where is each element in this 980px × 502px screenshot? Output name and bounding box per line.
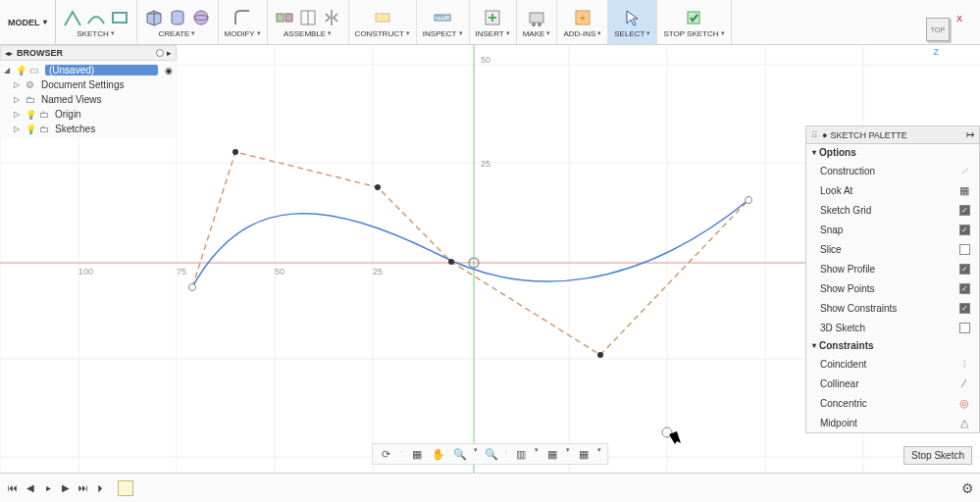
tool-label[interactable]: MODIFY▾ xyxy=(225,29,261,38)
make-icon[interactable] xyxy=(526,7,547,28)
look-icon[interactable]: ▦ xyxy=(409,446,425,462)
timeline-end[interactable]: ⏭ xyxy=(77,481,90,495)
box-icon[interactable] xyxy=(143,7,165,28)
tool-group-construct[interactable]: CONSTRUCT▾ xyxy=(349,0,417,44)
grid-icon[interactable]: ▦ xyxy=(544,446,560,462)
tool-label[interactable]: SELECT▾ xyxy=(614,29,650,38)
palette-option-show-points[interactable]: Show Points✓ xyxy=(806,278,979,298)
control-polygon[interactable] xyxy=(192,152,748,355)
display-icon[interactable]: ▥ xyxy=(513,446,529,462)
tree-root[interactable]: ◢💡▭ (Unsaved) ◉ xyxy=(0,63,177,77)
palette-constraint-collinear[interactable]: Collinear⁄ xyxy=(806,374,979,393)
sphere-icon[interactable] xyxy=(190,7,212,28)
palette-constraint-concentric[interactable]: Concentric◎ xyxy=(806,393,979,413)
palette-option-snap[interactable]: Snap✓ xyxy=(806,220,979,239)
tool-group-assemble[interactable]: ASSEMBLE▾ xyxy=(268,0,349,44)
tool-group-sketch[interactable]: SKETCH▾ xyxy=(56,0,137,44)
tool-label[interactable]: INSPECT▾ xyxy=(423,29,463,38)
tool-label[interactable]: SKETCH▾ xyxy=(77,29,114,38)
browser-header[interactable]: ◂▸ BROWSER ▸ xyxy=(0,45,177,61)
sketch-icon[interactable] xyxy=(62,7,83,28)
view-cube-top[interactable]: TOP xyxy=(926,18,950,41)
tree-item[interactable]: ▷⚙Document Settings xyxy=(0,77,177,92)
browser-title: BROWSER xyxy=(17,48,156,58)
tool-label[interactable]: STOP SKETCH▾ xyxy=(663,29,724,38)
zoom-icon[interactable]: 🔍 xyxy=(452,446,468,462)
palette-header[interactable]: ⠿ ● SKETCH PALETTE ↦ xyxy=(806,126,979,144)
tree-item[interactable]: ▷💡🗀Origin xyxy=(0,107,177,122)
joint-icon[interactable] xyxy=(274,7,295,28)
tool-group-select[interactable]: SELECT▾ xyxy=(608,0,657,44)
tool-group-insert[interactable]: INSERT▾ xyxy=(470,0,517,44)
palette-option-show-constraints[interactable]: Show Constraints✓ xyxy=(806,298,979,318)
tree-item[interactable]: ▷🗀Named Views xyxy=(0,92,177,107)
plane-icon[interactable] xyxy=(372,7,393,28)
palette-constraint-coincident[interactable]: Coincident⸽ xyxy=(806,354,979,374)
svg-rect-21 xyxy=(113,13,127,23)
palette-option-3d-sketch[interactable]: 3D Sketch xyxy=(806,318,979,337)
model-menu[interactable]: MODEL ▾ xyxy=(0,0,56,44)
pan-icon[interactable]: ✋ xyxy=(431,446,446,462)
timeline-step[interactable]: ▸ xyxy=(41,481,55,495)
rect-icon[interactable] xyxy=(109,7,130,28)
palette-option-sketch-grid[interactable]: Sketch Grid✓ xyxy=(806,200,979,220)
xtick: 50 xyxy=(275,267,284,276)
pin-icon[interactable]: ↦ xyxy=(966,129,974,140)
palette-option-show-profile[interactable]: Show Profile✓ xyxy=(806,259,979,278)
tool-label[interactable]: ADD-INS▾ xyxy=(563,29,601,38)
select-icon[interactable] xyxy=(622,7,644,28)
timeline-back[interactable]: ◀ xyxy=(24,481,37,495)
palette-option-slice[interactable]: Slice xyxy=(806,239,979,259)
axis-z-label: Z xyxy=(934,47,940,57)
measure-icon[interactable] xyxy=(432,7,453,28)
stop-sketch-button[interactable]: Stop Sketch xyxy=(903,446,972,465)
palette-option-construction[interactable]: Construction⟋ xyxy=(806,161,979,180)
browser-caret-icon[interactable]: ▸ xyxy=(167,48,172,58)
tool-label[interactable]: MAKE▾ xyxy=(523,29,551,38)
spline-curve[interactable] xyxy=(192,200,748,287)
tool-label[interactable]: ASSEMBLE▾ xyxy=(284,29,332,38)
addin-icon[interactable]: + xyxy=(572,7,593,28)
tool-label[interactable]: CONSTRUCT▾ xyxy=(355,29,410,38)
stop-icon[interactable] xyxy=(683,7,704,28)
tool-group-add-ins[interactable]: +ADD-INS▾ xyxy=(557,0,608,44)
assy-icon[interactable] xyxy=(297,7,319,28)
fit-icon[interactable]: 🔍 xyxy=(484,446,499,462)
svg-point-15 xyxy=(189,284,196,291)
tool-label[interactable]: CREATE▾ xyxy=(159,29,196,38)
tool-group-create[interactable]: CREATE▾ xyxy=(137,0,219,44)
collapse-icon[interactable]: ◂▸ xyxy=(5,49,13,58)
cyl-icon[interactable] xyxy=(167,7,188,28)
timeline-start[interactable]: ⏮ xyxy=(6,481,20,495)
palette-section-constraints[interactable]: ▾Constraints xyxy=(806,337,979,354)
timeline-fwd[interactable]: ▶ xyxy=(59,481,73,495)
svg-point-18 xyxy=(448,259,454,265)
tool-group-inspect[interactable]: INSPECT▾ xyxy=(417,0,470,44)
tree-root-label: (Unsaved) xyxy=(45,65,158,75)
chevron-down-icon: ▾ xyxy=(43,18,47,26)
tool-group-modify[interactable]: MODIFY▾ xyxy=(219,0,268,44)
settings-gear-icon[interactable]: ⚙ xyxy=(961,480,974,496)
palette-option-look-at[interactable]: Look At▦ xyxy=(806,180,979,200)
mirror-icon[interactable] xyxy=(321,7,342,28)
tree-item[interactable]: ▷💡🗀Sketches xyxy=(0,122,177,136)
fillet-icon[interactable] xyxy=(232,7,253,28)
insert-icon[interactable] xyxy=(482,7,503,28)
svg-point-20 xyxy=(746,197,752,204)
grip-icon[interactable]: ⠿ xyxy=(811,130,818,140)
orbit-icon[interactable]: ⟳ xyxy=(379,446,394,462)
viewport-icon[interactable]: ▦ xyxy=(576,446,592,462)
svg-rect-40 xyxy=(688,12,699,24)
timeline-play[interactable]: ⏵ xyxy=(94,481,108,495)
arc-icon[interactable] xyxy=(85,7,107,28)
view-cube[interactable]: TOP xyxy=(926,18,955,47)
timeline-feature-sketch[interactable] xyxy=(118,480,133,496)
sketch-palette: ⠿ ● SKETCH PALETTE ↦ ▾Options Constructi… xyxy=(805,126,980,433)
tool-group-stop-sketch[interactable]: STOP SKETCH▾ xyxy=(657,0,731,44)
palette-section-options[interactable]: ▾Options xyxy=(806,144,979,161)
browser-dot-icon[interactable] xyxy=(156,49,164,57)
control-points[interactable] xyxy=(189,149,752,358)
tool-label[interactable]: INSERT▾ xyxy=(476,29,510,38)
tool-group-make[interactable]: MAKE▾ xyxy=(517,0,558,44)
palette-constraint-midpoint[interactable]: Midpoint△ xyxy=(806,413,979,432)
